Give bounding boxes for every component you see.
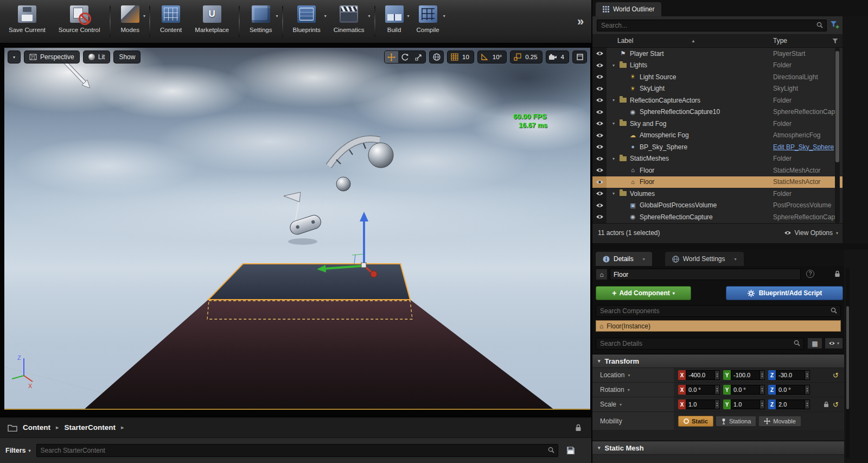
visibility-eye-icon[interactable]	[592, 71, 607, 83]
visibility-eye-icon[interactable]	[592, 48, 607, 60]
view-mode-lit-button[interactable]: Lit	[83, 50, 111, 64]
grid-snap-icon[interactable]	[448, 51, 461, 63]
expander-icon[interactable]: ▾	[611, 98, 616, 103]
outliner-row[interactable]: ▾◉SphereReflectionCaptureSphereReflectio…	[592, 211, 843, 223]
toolbar-button-marketplace[interactable]: Marketplace	[188, 2, 235, 41]
breadcrumb-starter-content[interactable]: StarterContent	[65, 423, 116, 432]
outliner-row[interactable]: ▾Sky and FogFolder	[592, 118, 843, 130]
reset-to-default-icon[interactable]: ↺	[833, 371, 839, 379]
move-tool-button[interactable]	[385, 51, 398, 63]
expander-icon[interactable]: ▾	[611, 156, 616, 161]
selected-floor-top[interactable]	[208, 264, 410, 300]
world-coordinate-globe-button[interactable]	[430, 51, 443, 63]
visibility-eye-icon[interactable]	[592, 188, 607, 200]
mobility-movable-button[interactable]: Movable	[758, 416, 801, 427]
toolbar-overflow-chevron[interactable]: »	[570, 0, 591, 43]
toolbar-button-source-control[interactable]: Source Control	[52, 2, 107, 41]
visibility-eye-icon[interactable]	[592, 176, 607, 188]
outliner-row[interactable]: ▾VolumesFolder	[592, 188, 843, 200]
section-header-static-mesh[interactable]: ▾ Static Mesh	[592, 441, 844, 455]
outliner-row[interactable]: ▾●BP_Sky_SphereEdit BP_Sky_Sphere	[592, 141, 843, 153]
outliner-row[interactable]: ▾▣GlobalPostProcessVolumePostProcessVolu…	[592, 200, 843, 212]
outliner-filter-icon[interactable]	[830, 20, 839, 31]
visibility-eye-icon[interactable]	[592, 164, 607, 176]
section-header-transform[interactable]: ▾ Transform	[592, 354, 844, 368]
expander-icon[interactable]: ▾	[611, 121, 616, 126]
spinner-icon[interactable]: ▴▾	[805, 385, 810, 395]
x-value-field[interactable]: X-400.0▴▾	[678, 370, 720, 380]
spinner-icon[interactable]: ▴▾	[805, 399, 810, 409]
outliner-row[interactable]: ▾⚑Player StartPlayerStart	[592, 48, 843, 60]
perspective-button[interactable]: Perspective	[24, 50, 80, 64]
visibility-eye-icon[interactable]	[592, 200, 607, 212]
spinner-icon[interactable]: ▴▾	[715, 370, 720, 380]
actor-name-input[interactable]	[610, 269, 801, 280]
camera-speed-icon[interactable]	[546, 51, 560, 63]
visibility-eye-icon[interactable]	[592, 118, 607, 130]
rotation-snap-value[interactable]: 10°	[492, 54, 506, 60]
property-label[interactable]: Scale▾	[592, 397, 674, 411]
breadcrumb-content[interactable]: Content	[23, 423, 50, 432]
camera-speed-value[interactable]: 4	[560, 54, 569, 60]
actor-type[interactable]: Edit BP_Sky_Sphere	[773, 143, 839, 151]
view-options-button[interactable]: View Options ▾	[784, 229, 839, 237]
blueprint-add-script-button[interactable]: Blueprint/Add Script	[726, 286, 843, 300]
scale-snap-icon[interactable]	[510, 51, 524, 63]
visibility-eye-icon[interactable]	[592, 106, 607, 118]
components-search-input[interactable]	[596, 305, 841, 317]
add-component-button[interactable]: + Add Component ▾	[596, 286, 691, 300]
help-icon[interactable]: ?	[806, 270, 814, 278]
column-label[interactable]: Label	[617, 37, 633, 45]
toolbar-button-modes[interactable]: ▾Modes	[114, 2, 146, 41]
z-value-field[interactable]: Z0.0 °▴▾	[768, 385, 810, 395]
mobility-static-button[interactable]: Static	[678, 416, 713, 427]
spinner-icon[interactable]: ▴▾	[715, 399, 720, 409]
tab-world-settings[interactable]: World Settings ▾	[665, 252, 744, 266]
outliner-row[interactable]: ▾◉SphereReflectionCapture10SphereReflect…	[592, 106, 843, 118]
tab-details[interactable]: Details ▾	[596, 252, 652, 266]
maximize-viewport-icon[interactable]	[573, 51, 586, 63]
content-search-input[interactable]	[36, 444, 558, 457]
spinner-icon[interactable]: ▴▾	[760, 399, 765, 409]
visibility-eye-icon[interactable]	[592, 141, 607, 153]
outliner-row[interactable]: ▾☀SkyLightSkyLight	[592, 83, 843, 95]
spinner-icon[interactable]: ▴▾	[715, 385, 720, 395]
visibility-eye-icon[interactable]	[592, 60, 607, 72]
light-direction-widget[interactable]	[329, 139, 393, 191]
property-label[interactable]: Location▾	[592, 368, 674, 382]
z-value-field[interactable]: Z2.0▴▾	[768, 399, 810, 409]
scrollbar-thumb[interactable]	[846, 306, 849, 409]
grid-snap-value[interactable]: 10	[461, 54, 474, 60]
lock-icon[interactable]	[824, 401, 829, 408]
spinner-icon[interactable]: ▴▾	[760, 385, 765, 395]
player-start-actor[interactable]	[284, 192, 323, 245]
expander-icon[interactable]: ▾	[611, 63, 616, 68]
toolbar-button-build[interactable]: ▾Build	[379, 2, 410, 41]
property-matrix-icon[interactable]: ▦	[807, 338, 822, 349]
toolbar-button-cinematics[interactable]: ▾Cinematics	[327, 2, 371, 41]
toolbar-button-blueprints[interactable]: ▾Blueprints	[286, 2, 327, 41]
outliner-row[interactable]: ▾LightsFolder	[592, 60, 843, 72]
viewport-3d-scene[interactable]: Z X	[4, 48, 590, 410]
property-label[interactable]: Rotation▾	[592, 383, 674, 397]
toolbar-button-compile[interactable]: ▾Compile	[410, 2, 446, 41]
details-view-options-button[interactable]: ▾	[825, 338, 843, 349]
scrollbar-thumb[interactable]	[835, 51, 839, 162]
details-scrollbar[interactable]	[846, 268, 850, 458]
mobility-stationa-button[interactable]: Stationa	[716, 416, 756, 427]
save-search-icon[interactable]	[566, 446, 576, 455]
outliner-row[interactable]: ▾☁Atmospheric FogAtmosphericFog	[592, 130, 843, 142]
component-row-floor-instance[interactable]: ⌂ Floor(Instance)	[596, 320, 841, 332]
x-value-field[interactable]: X1.0▴▾	[678, 399, 720, 409]
y-value-field[interactable]: Y-100.0▴▾	[723, 370, 765, 380]
visibility-eye-icon[interactable]	[592, 153, 607, 165]
floor-mesh-front[interactable]	[84, 300, 554, 410]
expander-icon[interactable]: ▾	[611, 191, 616, 196]
scale-snap-value[interactable]: 0.25	[524, 54, 541, 60]
spinner-icon[interactable]: ▴▾	[805, 370, 810, 380]
outliner-row[interactable]: ▾StaticMeshesFolder	[592, 153, 843, 165]
lock-icon[interactable]	[575, 424, 582, 434]
viewport-options-button[interactable]: ▾	[8, 50, 21, 64]
rotation-snap-icon[interactable]	[478, 51, 492, 63]
y-value-field[interactable]: Y0.0 °▴▾	[723, 385, 765, 395]
